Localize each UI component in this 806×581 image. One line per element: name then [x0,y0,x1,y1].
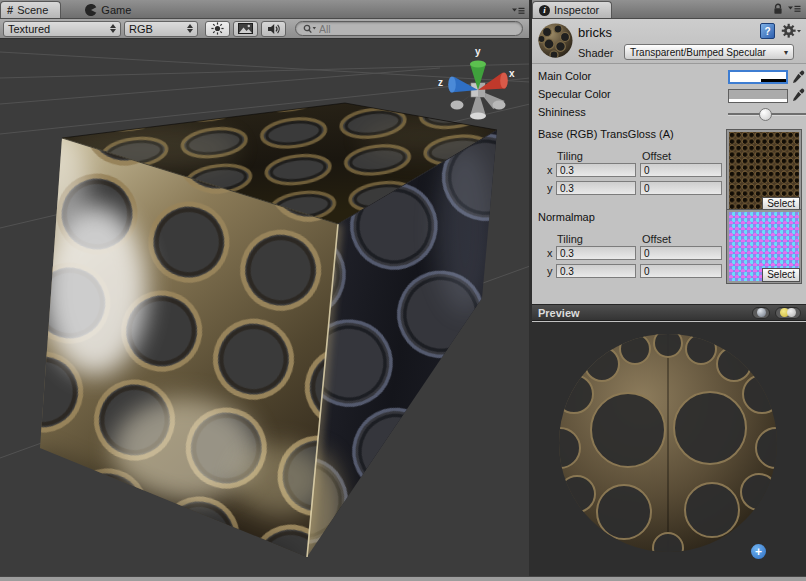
add-button[interactable]: + [751,544,766,559]
main-color-label: Main Color [538,70,591,82]
tab-inspector-label: Inspector [554,4,599,16]
render-mode-dropdown[interactable]: Textured [3,21,121,37]
color-mode-value: RGB [129,23,153,35]
normal-offset-x-field[interactable] [640,246,722,260]
preview-title: Preview [532,307,580,319]
shininess-slider[interactable] [728,107,806,121]
inspector-panel: i Inspector [532,0,806,581]
preview-sphere-render [532,322,806,577]
base-texture-select-button[interactable]: Select [762,197,800,211]
sphere-icon [757,308,766,317]
base-x-row-label: x [547,164,553,176]
chevron-down-icon: ▾ [784,48,788,57]
lock-icon[interactable] [773,3,783,15]
tab-game-label: Game [101,4,131,16]
material-name: bricks [578,25,612,40]
normal-tiling-x-field[interactable] [556,246,636,260]
color-mode-dropdown[interactable]: RGB [124,21,198,37]
speaker-icon [267,23,281,35]
normal-x-row-label: x [547,247,553,259]
specular-color-alpha-bar [729,99,787,102]
render-mode-value: Textured [8,23,50,35]
tab-scene-label: Scene [17,4,48,16]
scene-lighting-toggle[interactable] [205,21,230,37]
window-bottom-edge [0,576,806,581]
tab-scene[interactable]: # Scene [0,1,61,18]
preview-lighting-button[interactable] [775,307,801,319]
scene-effects-toggle[interactable] [233,21,258,37]
material-sphere-icon [537,22,574,59]
base-tiling-x-field[interactable] [556,163,636,177]
game-pacman-icon [85,4,97,16]
tab-game[interactable]: Game [79,1,143,18]
specular-color-label: Specular Color [538,88,611,100]
light-off-icon [787,308,796,317]
help-icon[interactable]: ? [760,23,775,39]
scene-viewport[interactable]: y z x [0,39,530,581]
shader-value: Transparent/Bumped Specular [630,47,766,58]
gizmo-x-label[interactable]: x [509,68,515,79]
base-offset-label: Offset [642,150,671,162]
sun-icon [211,22,224,35]
base-texture-thumbnail[interactable]: Select [727,130,801,212]
scene-tabstrip: # Scene Game [0,0,530,19]
shininess-label: Shininess [538,106,586,118]
inspector-tabstrip: i Inspector [532,0,806,19]
panel-menu-icon[interactable] [512,7,525,15]
scene-orientation-gizmo[interactable]: y z x [436,43,520,127]
normal-tiling-label: Tiling [557,233,583,245]
normal-y-row-label: y [547,265,553,277]
gizmo-y-label[interactable]: y [475,46,481,57]
panel-menu-icon[interactable] [788,5,801,13]
shader-label: Shader [578,47,613,59]
specular-color-swatch[interactable] [728,89,788,103]
updown-arrows-icon [187,24,193,33]
info-icon: i [539,5,550,16]
main-color-swatch[interactable] [728,70,788,84]
gizmo-z-label[interactable]: z [438,77,443,88]
scene-panel: # Scene Game Textured [0,0,530,581]
tab-inspector[interactable]: i Inspector [532,1,612,18]
base-tiling-y-field[interactable] [556,181,636,195]
shader-dropdown[interactable]: Transparent/Bumped Specular ▾ [624,44,794,60]
scene-audio-toggle[interactable] [261,21,286,37]
normalmap-label: Normalmap [538,211,595,223]
updown-arrows-icon [110,24,116,33]
base-tiling-label: Tiling [557,150,583,162]
preview-viewport[interactable]: + [532,322,806,581]
material-header: bricks Shader Transparent/Bumped Specula… [532,19,806,64]
scene-toolbar: Textured RGB [0,19,530,39]
main-color-alpha-bar [730,79,786,82]
normal-offset-label: Offset [642,233,671,245]
preview-header: Preview [532,304,806,321]
scene-search-box[interactable] [295,21,523,36]
normal-offset-y-field[interactable] [640,264,722,278]
scene-search-input[interactable] [319,23,515,35]
eyedropper-icon[interactable] [792,70,805,83]
unity-editor-window: # Scene Game Textured [0,0,806,581]
base-offset-x-field[interactable] [640,163,722,177]
base-offset-y-field[interactable] [640,181,722,195]
base-map-label: Base (RGB) TransGloss (A) [538,128,674,140]
base-y-row-label: y [547,182,553,194]
normal-tiling-y-field[interactable] [556,264,636,278]
preview-model-button[interactable] [752,307,770,319]
normal-texture-thumbnail[interactable]: Select [727,210,801,283]
normal-texture-select-button[interactable]: Select [762,268,800,282]
image-icon [238,23,253,34]
search-icon [303,24,316,34]
gear-menu-icon[interactable] [781,23,801,39]
scene-grid-icon: # [7,4,13,16]
eyedropper-icon[interactable] [792,88,805,101]
slider-thumb[interactable] [759,108,772,121]
